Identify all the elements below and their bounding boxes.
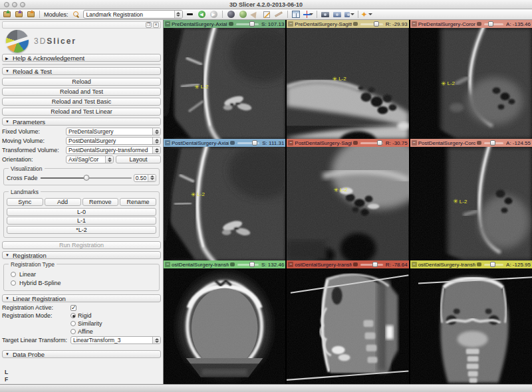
transformed-volume-select[interactable]: PostDentalSurgery-transformed bbox=[66, 146, 161, 154]
view-header[interactable]: PreDentalSurgery-Coronal A: -135.46 bbox=[410, 20, 532, 28]
view-pre-coronal[interactable]: PreDentalSurgery-Coronal A: -135.46 bbox=[410, 20, 532, 139]
module-history-icon[interactable] bbox=[185, 10, 195, 19]
view-header[interactable]: PreDentalSurgery-Sagittal R: -29.93 bbox=[287, 20, 408, 28]
view-header[interactable]: ostDentalSurgery-transformed-Sagitt R: -… bbox=[287, 260, 408, 268]
section-linear-registration[interactable]: ▼ Linear Registration bbox=[2, 294, 161, 302]
cross-fade-slider[interactable] bbox=[41, 174, 132, 182]
slice-image[interactable]: L-2 bbox=[410, 28, 532, 139]
annotation-icon[interactable] bbox=[250, 10, 260, 19]
slice-offset-slider[interactable] bbox=[237, 262, 259, 267]
registration-active-checkbox[interactable] bbox=[70, 305, 76, 311]
section-reload-test[interactable]: ▼ Reload & Test bbox=[2, 67, 161, 75]
slice-image[interactable] bbox=[164, 268, 285, 384]
module-back-icon[interactable]: ◀ bbox=[197, 10, 207, 19]
window-level-icon[interactable] bbox=[238, 10, 248, 19]
view-header[interactable]: PostDentalSurgery-Coronal A: -124.55 bbox=[410, 139, 532, 147]
view-header[interactable]: ostDentalSurgery-transformed-Coron A: -1… bbox=[410, 260, 532, 268]
view-transformed-axial[interactable]: ostDentalSurgery-transformed-Axi S: 132.… bbox=[164, 260, 285, 384]
close-panel-button[interactable] bbox=[153, 22, 159, 28]
pin-icon[interactable] bbox=[165, 262, 170, 267]
section-registration[interactable]: ▼ Registration bbox=[2, 251, 161, 259]
hybrid-bspline-radio[interactable] bbox=[11, 280, 16, 286]
view-transformed-coronal[interactable]: ostDentalSurgery-transformed-Coron A: -1… bbox=[410, 260, 532, 384]
target-transform-select[interactable]: LinearTransform_3 bbox=[70, 336, 161, 344]
landmark-item-l0[interactable]: L-0 bbox=[7, 208, 156, 216]
view-post-coronal[interactable]: PostDentalSurgery-Coronal A: -124.55 bbox=[410, 139, 532, 260]
landmark-marker[interactable]: L-2 bbox=[194, 84, 208, 90]
slice-image[interactable]: L-2 bbox=[164, 28, 285, 139]
link-icon[interactable] bbox=[229, 22, 233, 26]
screenshot-icon[interactable] bbox=[321, 10, 331, 19]
view-pre-sagittal[interactable]: PreDentalSurgery-Sagittal R: -29.93 bbox=[287, 20, 408, 139]
reload-and-test-linear-button[interactable]: Reload and Test Linear bbox=[2, 108, 161, 116]
cross-fade-spinbox[interactable]: 0.50 bbox=[134, 174, 156, 182]
landmark-item-l2[interactable]: *L-2 bbox=[7, 226, 156, 234]
slice-image[interactable]: L-2 bbox=[410, 147, 532, 260]
fixed-volume-select[interactable]: PreDentalSurgery bbox=[66, 128, 161, 136]
slice-offset-slider[interactable] bbox=[484, 140, 503, 146]
pin-icon[interactable] bbox=[165, 140, 170, 146]
remove-landmark-button[interactable]: Remove bbox=[82, 198, 119, 206]
sync-button[interactable]: Sync bbox=[7, 198, 43, 206]
mouse-interaction-icon[interactable] bbox=[226, 10, 236, 19]
similarity-radio[interactable] bbox=[70, 321, 76, 326]
landmark-marker[interactable]: L-2 bbox=[332, 76, 346, 82]
pin-icon[interactable] bbox=[412, 21, 417, 27]
pin-icon[interactable] bbox=[288, 140, 293, 146]
slice-offset-slider[interactable] bbox=[237, 140, 259, 146]
slice-image[interactable]: L-2 bbox=[287, 147, 408, 260]
pin-icon[interactable] bbox=[412, 262, 417, 267]
slice-image[interactable] bbox=[287, 268, 408, 384]
sceneview-capture-icon[interactable] bbox=[332, 10, 342, 19]
slice-offset-slider[interactable] bbox=[360, 140, 382, 146]
section-data-probe[interactable]: ▼ Data Probe bbox=[2, 350, 161, 358]
link-icon[interactable] bbox=[353, 22, 358, 26]
slice-offset-slider[interactable] bbox=[484, 21, 503, 27]
view-header[interactable]: ostDentalSurgery-transformed-Axi S: 132.… bbox=[164, 260, 285, 268]
pin-icon[interactable] bbox=[412, 140, 417, 146]
link-icon[interactable] bbox=[230, 262, 235, 266]
hybrid-radio-row[interactable]: Hybrid B-Spline bbox=[11, 279, 156, 286]
module-selector[interactable]: Landmark Registration bbox=[83, 10, 183, 19]
float-panel-button[interactable] bbox=[146, 22, 152, 28]
slice-image[interactable] bbox=[410, 268, 532, 384]
link-icon[interactable] bbox=[353, 141, 358, 145]
orientation-select[interactable]: Axi/Sag/Cor bbox=[66, 155, 114, 163]
layout-button[interactable]: Layout bbox=[116, 155, 161, 163]
link-icon[interactable] bbox=[477, 262, 481, 266]
reload-and-test-basic-button[interactable]: Reload and Test Basic bbox=[2, 98, 161, 106]
landmark-marker[interactable]: L-2 bbox=[191, 191, 205, 198]
link-icon[interactable] bbox=[477, 22, 481, 26]
view-transformed-sagittal[interactable]: ostDentalSurgery-transformed-Sagitt R: -… bbox=[287, 260, 408, 384]
moving-volume-select[interactable]: PostDentalSurgery bbox=[66, 137, 161, 145]
affine-radio[interactable] bbox=[70, 329, 76, 334]
slice-image[interactable]: L-2 bbox=[287, 28, 408, 139]
pin-icon[interactable] bbox=[165, 21, 170, 27]
linear-radio-row[interactable]: Linear bbox=[11, 270, 156, 278]
view-header[interactable]: PostDentalSurgery-Sagittal R: -30.75 bbox=[287, 139, 408, 147]
add-data-icon[interactable] bbox=[14, 10, 24, 19]
slice-offset-slider[interactable] bbox=[236, 21, 259, 27]
view-post-axial[interactable]: PostDentalSurgery-Axial S: 111.31 bbox=[164, 139, 285, 260]
view-header[interactable]: PostDentalSurgery-Axial S: 111.31 bbox=[164, 139, 285, 147]
slice-offset-slider[interactable] bbox=[484, 262, 503, 267]
landmark-item-l1[interactable]: L-1 bbox=[7, 217, 156, 225]
add-landmark-button[interactable]: Add bbox=[45, 198, 81, 206]
module-search-icon[interactable] bbox=[71, 10, 81, 19]
link-icon[interactable] bbox=[230, 141, 235, 145]
measure-icon[interactable] bbox=[274, 10, 284, 19]
landmark-marker[interactable]: L-2 bbox=[441, 80, 455, 87]
save-scene-icon[interactable] bbox=[26, 10, 36, 19]
landmark-marker[interactable]: L-2 bbox=[333, 187, 347, 193]
section-parameters[interactable]: ▼ Parameters bbox=[2, 118, 161, 126]
slice-offset-slider[interactable] bbox=[360, 262, 382, 267]
sceneview-restore-icon[interactable] bbox=[344, 10, 354, 19]
module-forward-icon[interactable]: ▶ bbox=[209, 10, 219, 19]
view-pre-axial[interactable]: PreDentalSurgery-Axial S: 107.13 bbox=[164, 20, 285, 139]
crosshair-icon[interactable] bbox=[303, 10, 313, 19]
view-post-sagittal[interactable]: PostDentalSurgery-Sagittal R: -30.75 bbox=[287, 139, 408, 260]
run-registration-button[interactable]: Run Registration bbox=[2, 241, 161, 249]
load-scene-icon[interactable] bbox=[2, 10, 12, 19]
reload-and-test-button[interactable]: Reload and Test bbox=[2, 88, 161, 96]
reload-button[interactable]: Reload bbox=[2, 78, 161, 86]
